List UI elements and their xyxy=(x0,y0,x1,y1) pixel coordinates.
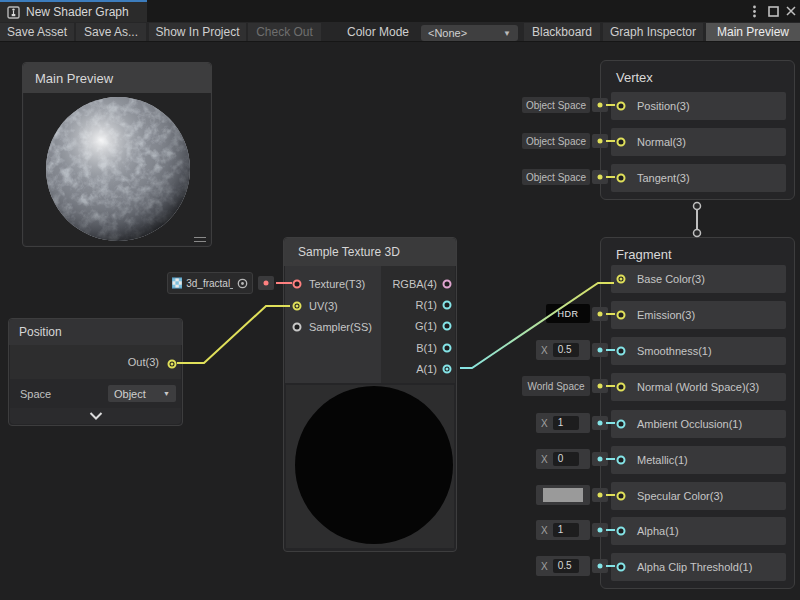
graph-inspector-button[interactable]: Graph Inspector xyxy=(603,23,703,41)
fragment-node[interactable]: Fragment Base Color(3) Emission(3) Smoot… xyxy=(600,237,795,589)
preview-sphere xyxy=(45,96,191,242)
output-label-out: Out(3) xyxy=(128,356,159,368)
chevron-down-icon xyxy=(89,412,103,420)
widget-connector xyxy=(592,452,608,466)
float-axis-label: X xyxy=(541,418,548,429)
tab-title: New Shader Graph xyxy=(26,5,129,19)
port-g-output[interactable] xyxy=(443,322,452,331)
show-in-project-button[interactable]: Show In Project xyxy=(149,23,246,41)
position-space-row: Space Object ▼ xyxy=(10,379,181,408)
chevron-down-icon: ▼ xyxy=(503,29,511,38)
normal-space-binding[interactable]: World Space xyxy=(522,376,590,396)
alpha-clip-float-field[interactable]: X 0.5 xyxy=(536,556,590,576)
binding-connector xyxy=(592,134,608,148)
main-preview-panel[interactable]: Main Preview xyxy=(22,62,212,247)
vertex-node[interactable]: Vertex Position(3) Normal(3) Tangent(3) xyxy=(600,60,795,200)
color-mode-label: Color Mode xyxy=(347,23,409,41)
port-vertex-tangent[interactable] xyxy=(617,174,626,183)
position-title: Position xyxy=(19,325,62,339)
shader-graph-window: New Shader Graph Save Asset Save As... S… xyxy=(0,0,800,600)
maximize-button[interactable] xyxy=(764,0,782,22)
smoothness-float-field[interactable]: X 0.5 xyxy=(536,340,590,360)
close-button[interactable] xyxy=(782,0,800,22)
float-value[interactable]: 0.5 xyxy=(553,343,579,357)
specular-color-field[interactable] xyxy=(536,485,590,505)
save-asset-button[interactable]: Save Asset xyxy=(0,23,74,41)
node-preview xyxy=(286,385,454,548)
float-axis-label: X xyxy=(541,525,548,536)
input-label-texture: Texture(T3) xyxy=(309,278,365,290)
space-value: Object xyxy=(114,388,146,400)
port-r-output[interactable] xyxy=(443,301,452,310)
alpha-float-field[interactable]: X 1 xyxy=(536,520,590,540)
vertex-title: Vertex xyxy=(616,70,653,85)
sample-texture-titlebar[interactable]: Sample Texture 3D xyxy=(284,238,456,266)
port-ambient-occlusion[interactable] xyxy=(617,420,626,429)
float-value[interactable]: 0 xyxy=(553,452,579,466)
toolbar: Save Asset Save As... Show In Project Ch… xyxy=(0,22,800,42)
float-value[interactable]: 0.5 xyxy=(553,559,579,573)
color-swatch xyxy=(543,488,583,502)
texture-name: 3d_fractal_n xyxy=(186,278,233,289)
binding-position-space[interactable]: Object Space xyxy=(522,97,590,113)
port-texture-input[interactable] xyxy=(293,280,302,289)
port-metallic[interactable] xyxy=(617,456,626,465)
main-preview-button[interactable]: Main Preview xyxy=(706,23,800,41)
port-vertex-position[interactable] xyxy=(617,102,626,111)
port-sampler-input[interactable] xyxy=(293,323,302,332)
texture-object-field[interactable]: 3d_fractal_n xyxy=(167,272,253,294)
position-collapse-row[interactable] xyxy=(10,408,181,424)
space-dropdown[interactable]: Object ▼ xyxy=(108,385,176,402)
binding-normal-space[interactable]: Object Space xyxy=(522,133,590,149)
color-mode-dropdown[interactable]: <None> ▼ xyxy=(421,25,518,41)
widget-connector xyxy=(592,559,608,573)
widget-connector xyxy=(592,523,608,537)
float-value[interactable]: 1 xyxy=(553,416,579,430)
fragment-row-metallic: Metallic(1) xyxy=(611,446,786,474)
output-label-r: R(1) xyxy=(416,299,437,311)
main-preview-titlebar[interactable]: Main Preview xyxy=(23,63,211,93)
port-alpha-clip-threshold[interactable] xyxy=(617,563,626,572)
port-uv-input[interactable] xyxy=(293,302,302,311)
port-position-out[interactable] xyxy=(168,360,177,369)
sample-texture-3d-node[interactable]: Sample Texture 3D Texture(T3) UV(3) Samp… xyxy=(283,237,457,552)
space-label: Space xyxy=(20,388,51,400)
port-normal-world-space[interactable] xyxy=(617,383,626,392)
metallic-float-field[interactable]: X 0 xyxy=(536,449,590,469)
ambient-occlusion-float-field[interactable]: X 1 xyxy=(536,413,590,433)
port-vertex-normal[interactable] xyxy=(617,138,626,147)
widget-connector xyxy=(592,343,608,357)
position-titlebar[interactable]: Position xyxy=(9,319,182,345)
main-preview-body xyxy=(24,93,210,245)
port-rgba-output[interactable] xyxy=(443,280,452,289)
port-base-color[interactable] xyxy=(617,275,626,284)
port-specular-color[interactable] xyxy=(617,492,626,501)
port-a-output[interactable] xyxy=(443,365,452,374)
maximize-icon xyxy=(768,6,779,17)
port-smoothness[interactable] xyxy=(617,347,626,356)
port-emission[interactable] xyxy=(617,311,626,320)
position-node[interactable]: Position Out(3) Space Object ▼ xyxy=(8,318,183,426)
vertex-row-tangent: Tangent(3) xyxy=(611,164,786,192)
port-b-output[interactable] xyxy=(443,344,452,353)
row-label: Alpha Clip Threshold(1) xyxy=(611,561,752,573)
menu-button[interactable] xyxy=(746,0,762,22)
output-label-g: G(1) xyxy=(415,320,437,332)
binding-connector xyxy=(592,98,608,112)
output-label-rgba: RGBA(4) xyxy=(392,278,437,290)
float-axis-label: X xyxy=(541,345,548,356)
port-alpha[interactable] xyxy=(617,527,626,536)
main-preview-title: Main Preview xyxy=(35,71,113,86)
binding-tangent-space[interactable]: Object Space xyxy=(522,169,590,185)
output-label-a: A(1) xyxy=(416,363,437,375)
sample-texture-title: Sample Texture 3D xyxy=(298,245,400,259)
float-value[interactable]: 1 xyxy=(553,523,579,537)
widget-connector xyxy=(592,307,608,321)
save-as-button[interactable]: Save As... xyxy=(76,23,146,41)
resize-grip[interactable] xyxy=(194,237,206,242)
tab-new-shader-graph[interactable]: New Shader Graph xyxy=(0,0,147,22)
fragment-row-specular-color: Specular Color(3) xyxy=(611,482,786,510)
blackboard-button[interactable]: Blackboard xyxy=(524,23,600,41)
object-picker-icon[interactable] xyxy=(237,278,248,289)
float-axis-label: X xyxy=(541,561,548,572)
